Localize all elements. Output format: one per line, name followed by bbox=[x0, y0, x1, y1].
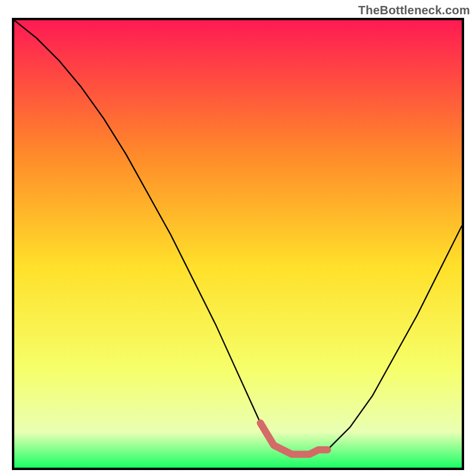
chart-container: TheBottleneck.com bbox=[0, 0, 476, 476]
bottleneck-curve bbox=[14, 20, 462, 454]
curve-layer bbox=[14, 20, 462, 468]
plot-frame bbox=[12, 18, 464, 470]
watermark-label: TheBottleneck.com bbox=[358, 4, 470, 17]
optimal-range-marker bbox=[261, 423, 328, 455]
